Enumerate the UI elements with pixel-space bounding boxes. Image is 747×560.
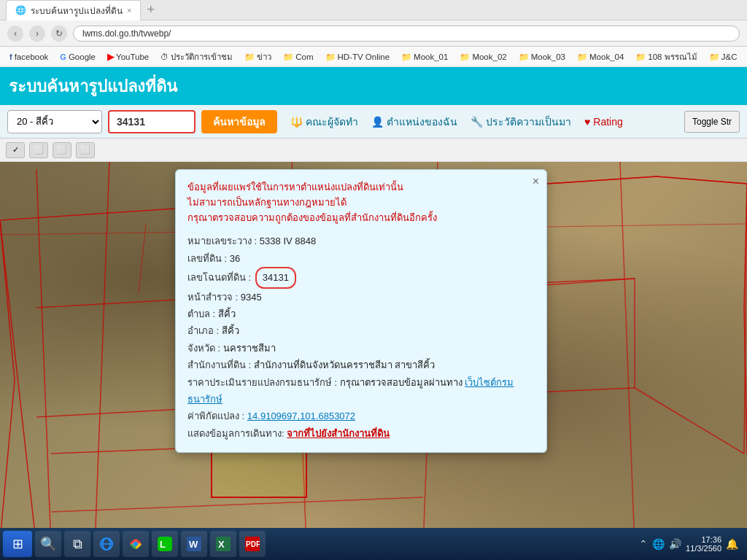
field-appraisal: ราคาประเมินรายแปลงกรมธนารักษ์ : กรุณาตรว…	[187, 374, 535, 408]
taskbar-search[interactable]: 🔍	[35, 531, 61, 557]
facebook-icon: f	[9, 52, 12, 61]
district-select[interactable]: 20 - สีคิ้ว	[7, 110, 102, 133]
map-area[interactable]: × ข้อมูลที่เผยแพร่ใช้ในการหาตำแหน่งแปลงท…	[0, 162, 747, 547]
google-icon: G	[60, 52, 66, 61]
field-mapno: หมายเลขระวาง : 5338 IV 8848	[187, 233, 535, 249]
search-button[interactable]: ค้นหาข้อมูล	[201, 110, 277, 133]
folder-icon-com: 📁	[283, 52, 293, 62]
main-toolbar: 20 - สีคิ้ว ค้นหาข้อมูล 🔱 คณะผู้จัดทำ 👤 …	[0, 105, 747, 139]
bookmark-google[interactable]: G Google	[55, 51, 101, 63]
back-button[interactable]: ‹	[7, 26, 23, 42]
folder-icon-mook02: 📁	[460, 52, 470, 62]
start-button[interactable]: ⊞	[3, 531, 32, 557]
coords-value[interactable]: 14.9109697,101.6853072	[247, 411, 355, 421]
page-header: ระบบค้นหารูปแปลงที่ดิน	[0, 67, 747, 105]
tray-arrow[interactable]: ⌃	[639, 538, 648, 550]
folder-icon-mook04: 📁	[577, 52, 587, 62]
search-input[interactable]	[108, 110, 196, 133]
folder-icon-hdtv: 📁	[325, 52, 336, 62]
taskbar-excel[interactable]: X	[210, 531, 236, 557]
field-survey: หน้าสำรวจ : 9345	[187, 289, 535, 306]
sub-btn-square2[interactable]: ⬜	[53, 142, 71, 158]
bookmark-mook03-label: Mook_03	[531, 52, 565, 61]
warning-line3: กรุณาตรวจสอบความถูกต้องของข้อมูลที่สำนัก…	[187, 211, 535, 226]
bookmark-com[interactable]: 📁 Com	[278, 50, 318, 63]
bookmark-mook04[interactable]: 📁 Mook_04	[572, 50, 629, 63]
directions-link[interactable]: จากที่ไปยังสำนักงานที่ดิน	[287, 428, 390, 439]
bookmark-history-label: ประวัติการเข้าชม	[171, 50, 233, 63]
taskbar-pdf[interactable]: PDF	[239, 531, 266, 557]
folder-icon-jc: 📁	[709, 52, 719, 62]
sub-toolbar: ✓ ⬜ ⬜ ⬜	[0, 139, 747, 162]
folder-icon-news: 📁	[244, 52, 255, 62]
nav-rating-label: Rating	[593, 116, 622, 128]
bookmark-jc[interactable]: 📁 J&C	[704, 50, 743, 63]
bookmark-news[interactable]: 📁 ข่าว	[239, 49, 276, 65]
nav-position[interactable]: 👤 ตำแหน่งของฉัน	[371, 114, 457, 130]
folder-icon-mook01: 📁	[401, 52, 411, 62]
system-tray: ⌃ 🌐 🔊 17:36 11/3/2560 🔔	[633, 535, 744, 553]
taskbar-line[interactable]: L	[152, 531, 178, 557]
refresh-button[interactable]: ↻	[51, 26, 67, 42]
bookmark-facebook[interactable]: f facebook	[4, 51, 53, 63]
field-landno: เลขที่ดิน : 36	[187, 250, 535, 267]
amphoe-value: สีคิ้ว	[222, 325, 239, 336]
nav-rating[interactable]: ♥ Rating	[584, 116, 623, 128]
bookmark-hdtv[interactable]: 📁 HD-TV Online	[320, 50, 395, 63]
forward-button[interactable]: ›	[29, 26, 45, 42]
directions-label: แสดงข้อมูลการเดินทาง:	[187, 428, 285, 439]
bookmark-youtube[interactable]: ▶ YouTube	[102, 50, 154, 63]
tambon-label: ตำบล :	[187, 308, 218, 319]
taskbar-ie[interactable]	[93, 531, 120, 557]
youtube-icon: ▶	[107, 52, 114, 62]
appraisal-label: ราคาประเมินรายแปลงกรมธนารักษ์ :	[187, 377, 340, 388]
nav-manager[interactable]: 🔱 คณะผู้จัดทำ	[290, 114, 358, 130]
sub-btn-square3[interactable]: ⬜	[76, 142, 95, 158]
taskbar-chrome[interactable]	[123, 531, 149, 557]
address-bar: ‹ › ↻ lwms.dol.go.th/tvwebp/	[0, 20, 747, 47]
tray-sound[interactable]: 🔊	[669, 538, 681, 550]
coords-label: ค่าพิกัดแปลง :	[187, 411, 247, 421]
info-popup: × ข้อมูลที่เผยแพร่ใช้ในการหาตำแหน่งแปลงท…	[175, 169, 547, 453]
nav-position-label: ตำแหน่งของฉัน	[387, 114, 457, 130]
tray-notification[interactable]: 🔔	[726, 538, 738, 550]
tab-favicon: 🌐	[15, 5, 26, 15]
address-input[interactable]: lwms.dol.go.th/tvwebp/	[73, 26, 740, 42]
bookmark-108[interactable]: 📁 108 พรรณไม้	[630, 49, 702, 65]
folder-icon-108: 📁	[635, 52, 646, 62]
titleno-label: เลขโฉนดที่ดิน :	[187, 272, 254, 283]
warning-line2: ไม่สามารถเป็นหลักฐานทางกฎหมายได้	[187, 195, 535, 211]
tab-close-button[interactable]: ×	[127, 6, 131, 15]
toggle-street-button[interactable]: Toggle Str	[684, 111, 740, 133]
manager-icon: 🔱	[290, 116, 303, 128]
heart-icon: ♥	[584, 116, 590, 128]
sub-btn-check[interactable]: ✓	[6, 142, 25, 158]
position-icon: 👤	[371, 116, 384, 128]
bookmark-mook03[interactable]: 📁 Mook_03	[514, 50, 570, 63]
browser-tab[interactable]: 🌐 ระบบค้นหารูปแปลงที่ดิน ×	[6, 0, 141, 20]
history-icon: ⏱	[160, 52, 169, 61]
field-directions: แสดงข้อมูลการเดินทาง: จากที่ไปยังสำนักงา…	[187, 425, 535, 442]
bookmark-mook02[interactable]: 📁 Mook_02	[454, 50, 511, 63]
tray-network[interactable]: 🌐	[652, 538, 665, 550]
office-value: สำนักงานที่ดินจังหวัดนครราชสีมา สาขาสีคิ…	[254, 359, 436, 370]
new-tab-button[interactable]: +	[147, 2, 155, 18]
amphoe-label: อำเภอ :	[187, 325, 222, 336]
taskbar-task-view[interactable]: ⧉	[64, 531, 90, 557]
tray-clock[interactable]: 17:36 11/3/2560	[686, 535, 721, 553]
bookmark-google-label: Google	[69, 52, 96, 61]
bookmark-mook01[interactable]: 📁 Mook_01	[396, 50, 453, 63]
bookmark-mook02-label: Mook_02	[472, 52, 506, 61]
bookmark-history[interactable]: ⏱ ประวัติการเข้าชม	[155, 49, 238, 65]
svg-text:PDF: PDF	[246, 540, 260, 548]
svg-text:X: X	[218, 539, 225, 550]
sub-btn-square1[interactable]: ⬜	[29, 142, 48, 158]
field-coords: ค่าพิกัดแปลง : 14.9109697,101.6853072	[187, 408, 535, 424]
nav-history[interactable]: 🔧 ประวัติความเป็นมา	[471, 114, 571, 130]
province-label: จังหวัด :	[187, 343, 223, 354]
bookmark-mook01-label: Mook_01	[414, 52, 448, 61]
popup-info: หมายเลขระวาง : 5338 IV 8848 เลขที่ดิน : …	[187, 233, 535, 442]
taskbar-word[interactable]: W	[181, 531, 207, 557]
mapno-value: 5338 IV 8848	[260, 236, 316, 246]
popup-close-button[interactable]: ×	[533, 176, 539, 187]
